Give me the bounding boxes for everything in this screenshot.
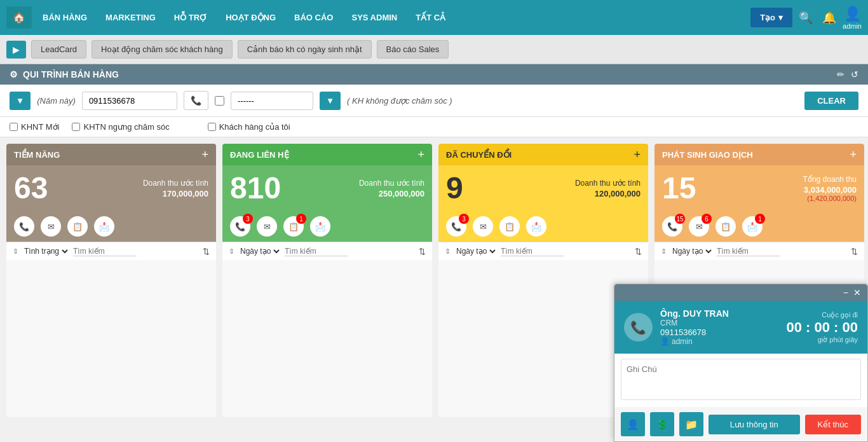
nav-item-tat-ca[interactable]: TẤT CẢ (408, 8, 453, 27)
filter-button[interactable]: ▼ (10, 92, 31, 110)
kanban-action-row-tiem-nang: 📞✉📋📩 (6, 211, 216, 242)
popup-end-button[interactable]: Kết thúc (805, 415, 861, 424)
nav-item-hoat-dong[interactable]: HOẠT ĐỘNG (218, 8, 283, 27)
kanban-col-header-dang-lien-he: ĐANG LIÊN HỆ+ (222, 144, 432, 165)
action-btn-phat-sinh-0[interactable]: 📞15 (662, 216, 682, 237)
action-btn-tiem-nang-2[interactable]: 📋 (67, 216, 88, 237)
filter-search-tiem-nang[interactable] (73, 247, 137, 256)
filter-checkbox[interactable] (215, 96, 224, 106)
action-btn-da-chuyen-doi-1[interactable]: ✉ (473, 216, 493, 237)
refresh-icon-button[interactable]: ↺ (851, 69, 858, 79)
caller-name: Ông. DUY TRAN (660, 308, 778, 319)
tab-canh-bao[interactable]: Cảnh báo kh có ngày sinh nhật (238, 40, 372, 59)
filter-select-phat-sinh[interactable]: Ngày tạo (670, 246, 714, 256)
phone-input[interactable] (82, 92, 177, 110)
popup-save-button[interactable]: Lưu thông tin (709, 415, 800, 424)
action-btn-dang-lien-he-3[interactable]: 📩 (310, 216, 330, 237)
filter-icon: ▼ (16, 96, 24, 106)
kanban-filter-row-phat-sinh: ⇕ Ngày tạo ⇅ (654, 242, 864, 260)
admin-user-icon: 👤 (660, 337, 670, 346)
nav-item-ho-tro[interactable]: HỖ TRỢ (166, 8, 215, 27)
tab-hoat-dong[interactable]: Hoạt động chăm sóc khách hàng (92, 40, 233, 59)
add-col-button-phat-sinh[interactable]: + (850, 149, 857, 160)
action-btn-tiem-nang-1[interactable]: ✉ (41, 216, 61, 237)
revenue-label-phat-sinh: Tổng doanh thu (803, 175, 857, 184)
nav-item-marketing[interactable]: MARKETING (98, 8, 163, 27)
filter-search-da-chuyen-doi[interactable] (501, 247, 564, 256)
filter-row: ▼ (Năm này) 📞 ▼ ( KH không được chăm sóc… (0, 85, 868, 117)
khnt-moi-checkbox[interactable] (10, 123, 18, 131)
filter-select-dang-lien-he[interactable]: Ngày tạo (238, 246, 281, 256)
kanban-filter-row-tiem-nang: ⇕ Tình trạng ⇅ (6, 242, 216, 260)
khtn-ngung-checkbox[interactable] (72, 123, 80, 131)
tab-bao-cao-sales[interactable]: Báo cáo Sales (377, 40, 449, 59)
revenue-label-dang-lien-he: Doanh thu ước tính (359, 179, 424, 188)
popup-folder-button[interactable]: 📁 (679, 412, 703, 424)
sort-button-dang-lien-he[interactable]: ⇅ (419, 247, 426, 256)
nav-item-ban-hang[interactable]: BÁN HÀNG (35, 8, 95, 27)
filter-arrow-icon-da-chuyen-doi: ⇕ (445, 247, 451, 256)
action-btn-dang-lien-he-1[interactable]: ✉ (257, 216, 277, 237)
filter-search-phat-sinh[interactable] (717, 247, 780, 256)
action-btn-dang-lien-he-2[interactable]: 📋1 (283, 216, 304, 237)
badge-phat-sinh-0: 15 (675, 214, 685, 224)
bell-icon-button[interactable]: 🔔 (819, 8, 839, 28)
popup-money-button[interactable]: 💲 (650, 412, 674, 424)
create-button[interactable]: Tạo (750, 8, 792, 27)
badge-phat-sinh-1: 6 (702, 214, 712, 224)
nav-icon-group: 🔍 🔔 👤 admin (796, 6, 862, 30)
khach-hang-cua-toi-item: Khách hàng của tôi (208, 122, 290, 132)
home-button[interactable]: 🏠 (6, 6, 32, 29)
action-btn-tiem-nang-0[interactable]: 📞 (14, 216, 34, 237)
admin-profile[interactable]: 👤 admin (843, 6, 862, 30)
clear-button[interactable]: CLEAR (804, 92, 858, 110)
filter-select-da-chuyen-doi[interactable]: Ngày tạo (454, 246, 498, 256)
action-btn-phat-sinh-3[interactable]: 📩1 (742, 216, 763, 237)
tab-leadcard[interactable]: LeadCard (31, 40, 86, 59)
revenue-value-tiem-nang: 170,000,000 (143, 189, 208, 198)
stat-count-phat-sinh: 15 (662, 173, 696, 204)
timer-value: 00 : 00 : 00 (786, 319, 858, 336)
nav-item-sys-admin[interactable]: SYS ADMIN (344, 8, 405, 27)
popup-profile-button[interactable]: 👤 (621, 412, 645, 424)
popup-close-button[interactable]: ✕ (853, 287, 861, 298)
phone-call-button[interactable]: 📞 (184, 91, 208, 110)
note-textarea[interactable] (621, 359, 861, 400)
filter-search-dang-lien-he[interactable] (285, 247, 348, 256)
dropdown-input[interactable] (231, 92, 313, 110)
admin-avatar-icon: 👤 (843, 6, 862, 22)
create-chevron-icon (778, 13, 783, 22)
sort-button-tiem-nang[interactable]: ⇅ (203, 247, 210, 256)
sort-button-da-chuyen-doi[interactable]: ⇅ (635, 247, 642, 256)
revenue-label-tiem-nang: Doanh thu ước tính (143, 179, 208, 188)
action-btn-da-chuyen-doi-3[interactable]: 📩 (526, 216, 546, 237)
search-icon-button[interactable]: 🔍 (796, 8, 816, 28)
revenue-sub-phat-sinh: (1,420,000,000) (803, 195, 857, 202)
add-col-button-dang-lien-he[interactable]: + (417, 149, 424, 160)
kanban-col-header-phat-sinh: PHÁT SINH GIAO DỊCH+ (654, 144, 864, 165)
khach-hang-cua-toi-checkbox[interactable] (208, 123, 216, 131)
dropdown-arrow-button[interactable]: ▼ (320, 92, 341, 110)
revenue-value-da-chuyen-doi: 120,000,000 (575, 189, 641, 198)
sort-button-phat-sinh[interactable]: ⇅ (851, 247, 858, 256)
kanban-stats-tiem-nang: 63 Doanh thu ước tính 170,000,000 (6, 165, 216, 211)
badge-dang-lien-he-2: 1 (296, 214, 306, 224)
filter-select-tiem-nang[interactable]: Tình trạng (22, 246, 70, 256)
revenue-value-phat-sinh: 3,034,000,000 (803, 185, 857, 195)
nav-item-bao-cao[interactable]: BÁO CÁO (287, 8, 341, 27)
action-btn-phat-sinh-2[interactable]: 📋 (715, 216, 736, 237)
action-btn-phat-sinh-1[interactable]: ✉6 (689, 216, 709, 237)
action-btn-da-chuyen-doi-0[interactable]: 📞3 (446, 216, 466, 237)
caller-phone: 0911536678 (660, 328, 778, 337)
admin-label: admin (843, 22, 862, 30)
play-button[interactable]: ▶ (6, 41, 26, 59)
action-btn-da-chuyen-doi-2[interactable]: 📋 (499, 216, 520, 237)
popup-minimize-button[interactable]: − (843, 287, 848, 298)
add-col-button-tiem-nang[interactable]: + (201, 149, 208, 160)
action-btn-dang-lien-he-0[interactable]: 📞3 (230, 216, 250, 237)
call-popup-header: − ✕ (614, 284, 867, 301)
edit-icon-button[interactable]: ✏ (837, 69, 844, 79)
action-btn-tiem-nang-3[interactable]: 📩 (94, 216, 114, 237)
kanban-stats-phat-sinh: 15 Tổng doanh thu 3,034,000,000 (1,420,0… (654, 165, 864, 211)
add-col-button-da-chuyen-doi[interactable]: + (634, 149, 641, 160)
